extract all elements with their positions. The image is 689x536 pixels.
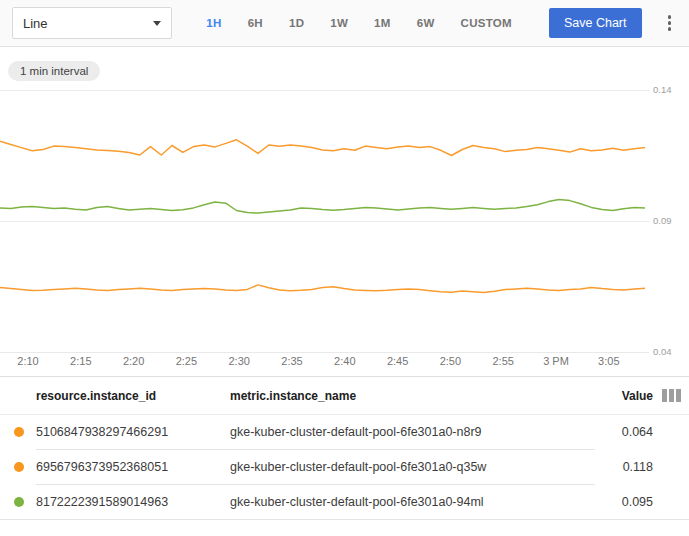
header-value: Value [578,389,653,403]
header-icon-column [653,389,689,402]
time-range-6h[interactable]: 6H [235,9,276,37]
series-color-dot [14,497,24,507]
table-row[interactable]: 8172222391589014963gke-kuber-cluster-def… [0,485,689,519]
table-row[interactable]: 5106847938297466291gke-kuber-cluster-def… [0,415,689,449]
series-color-dot [14,462,24,472]
row-instance-id: 5106847938297466291 [36,425,230,439]
row-dot-cell [0,427,36,437]
legend-table: resource.instance_id metric.instance_nam… [0,376,689,520]
row-value: 0.118 [578,460,653,474]
row-value: 0.095 [578,495,653,509]
series-line [0,285,645,293]
metrics-chart-panel: Line 1H6H1D1W1M6WCUSTOM Save Chart 1 min… [0,0,689,536]
row-instance-id: 8172222391589014963 [36,495,230,509]
more-options-icon[interactable] [662,10,678,36]
row-instance-id: 6956796373952368051 [36,460,230,474]
table-bottom-divider [0,519,689,520]
time-range-custom[interactable]: CUSTOM [448,9,525,37]
chart-type-value: Line [23,16,48,31]
header-instance-id: resource.instance_id [36,389,230,403]
chevron-down-icon [153,21,161,26]
series-line [0,140,645,156]
row-value: 0.064 [578,425,653,439]
chart-toolbar: Line 1H6H1D1W1M6WCUSTOM Save Chart [0,0,689,47]
time-range-6w[interactable]: 6W [404,9,448,37]
row-dot-cell [0,497,36,507]
y-axis-tick-label: 0.14 [653,84,672,95]
time-range-1w[interactable]: 1W [317,9,361,37]
y-axis-tick-label: 0.04 [653,346,672,357]
series-line [0,200,645,214]
chart-type-select[interactable]: Line [12,7,172,39]
save-chart-button[interactable]: Save Chart [549,8,642,38]
chart-plot-area: 1 min interval 0.140.090.042:102:152:202… [0,47,689,376]
y-axis-tick-label: 0.09 [653,215,672,226]
header-instance-name: metric.instance_name [230,389,578,403]
time-range-1h[interactable]: 1H [193,9,234,37]
time-range-group: 1H6H1D1W1M6WCUSTOM [193,9,525,37]
legend-table-header: resource.instance_id metric.instance_nam… [0,377,689,414]
row-instance-name: gke-kuber-cluster-default-pool-6fe301a0-… [230,425,578,439]
column-selector-icon[interactable] [662,389,681,402]
table-row[interactable]: 6956796373952368051gke-kuber-cluster-def… [0,450,689,484]
series-color-dot [14,427,24,437]
time-range-1m[interactable]: 1M [361,9,404,37]
row-instance-name: gke-kuber-cluster-default-pool-6fe301a0-… [230,495,578,509]
table-body: 5106847938297466291gke-kuber-cluster-def… [0,415,689,520]
row-instance-name: gke-kuber-cluster-default-pool-6fe301a0-… [230,460,578,474]
time-range-1d[interactable]: 1D [276,9,317,37]
row-dot-cell [0,462,36,472]
line-chart-svg [0,47,649,376]
